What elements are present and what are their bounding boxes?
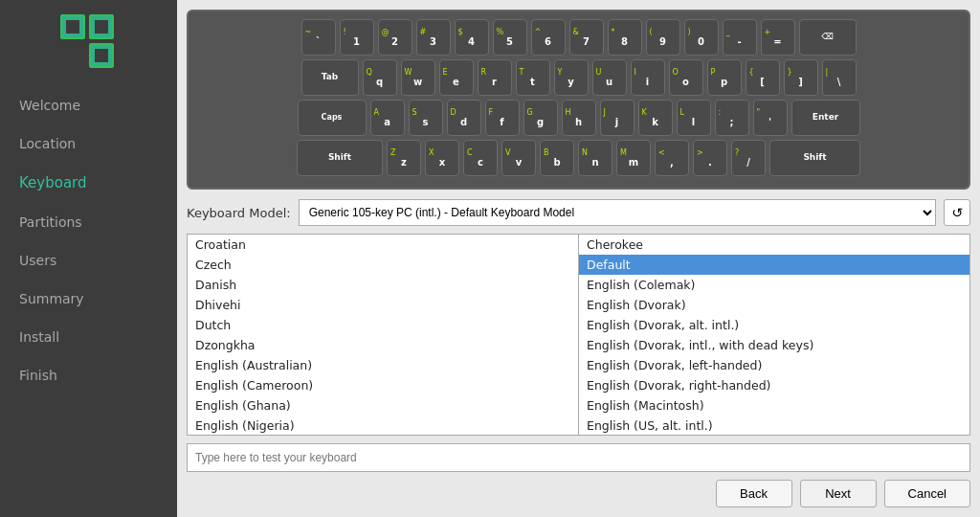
key-6[interactable]: ^6	[531, 19, 566, 56]
key-q[interactable]: Qq	[363, 59, 397, 96]
key-r[interactable]: Rr	[478, 59, 512, 96]
key-n[interactable]: Nn	[578, 140, 612, 176]
layout-item[interactable]: English (Nigeria)	[188, 416, 578, 435]
layout-item[interactable]: Danish	[188, 275, 578, 295]
variant-item[interactable]: English (Dvorak, intl., with dead keys)	[579, 335, 969, 355]
sidebar-item-keyboard[interactable]: Keyboard	[0, 163, 177, 203]
test-input-area	[187, 443, 970, 472]
key-tab[interactable]: Tab	[301, 59, 359, 96]
key-l[interactable]: Ll	[677, 100, 711, 136]
bottom-buttons: Back Next Cancel	[187, 480, 970, 507]
next-button[interactable]: Next	[800, 480, 877, 507]
sidebar-item-users[interactable]: Users	[0, 241, 177, 280]
key-o[interactable]: Oo	[669, 59, 703, 96]
key-2[interactable]: @2	[378, 19, 412, 56]
main-content: ~` !1 @2 #3 $4 %5 ^6 &7 *8 (9 )0 _- += ⌫…	[177, 0, 980, 517]
keyboard-test-input[interactable]	[187, 443, 970, 472]
key-b[interactable]: Bb	[540, 140, 574, 176]
key-c[interactable]: Cc	[463, 140, 498, 176]
sidebar-item-finish[interactable]: Finish	[0, 356, 177, 394]
key-x[interactable]: Xx	[425, 140, 459, 176]
key-backtick[interactable]: ~`	[301, 19, 336, 56]
keyboard-model-row: Keyboard Model: Generic 105-key PC (intl…	[187, 199, 970, 226]
key-backslash[interactable]: |\	[822, 59, 857, 96]
layout-item[interactable]: English (Ghana)	[188, 395, 578, 416]
layout-item[interactable]: Dutch	[188, 315, 578, 335]
key-equals[interactable]: +=	[761, 19, 795, 56]
key-0[interactable]: )0	[684, 19, 719, 56]
sidebar-item-summary[interactable]: Summary	[0, 280, 177, 318]
key-enter[interactable]: Enter	[791, 100, 860, 136]
layout-item[interactable]: Croatian	[188, 235, 578, 255]
variant-item[interactable]: English (Macintosh)	[579, 395, 969, 416]
variant-item[interactable]: English (Colemak)	[579, 275, 969, 295]
key-rbracket[interactable]: }]	[784, 59, 818, 96]
variant-item[interactable]: English (Dvorak, left-handed)	[579, 355, 969, 375]
key-caps[interactable]: Caps	[298, 100, 367, 136]
key-slash[interactable]: ?/	[731, 140, 766, 176]
key-w[interactable]: Ww	[401, 59, 435, 96]
key-9[interactable]: (9	[646, 19, 680, 56]
key-4[interactable]: $4	[455, 19, 489, 56]
variant-item[interactable]: Cherokee	[579, 235, 969, 255]
key-1[interactable]: !1	[340, 19, 374, 56]
variant-item[interactable]: English (Dvorak)	[579, 295, 969, 315]
key-s[interactable]: Ss	[409, 100, 443, 136]
sidebar-item-location[interactable]: Location	[0, 124, 177, 163]
key-p[interactable]: Pp	[707, 59, 742, 96]
key-comma[interactable]: <,	[655, 140, 689, 176]
variant-item[interactable]: English (Dvorak, alt. intl.)	[579, 315, 969, 335]
key-a[interactable]: Aa	[370, 100, 405, 136]
key-quote[interactable]: "'	[753, 100, 788, 136]
key-g[interactable]: Gg	[523, 100, 558, 136]
key-rshift[interactable]: Shift	[769, 140, 860, 176]
variants-panel: CherokeeDefaultEnglish (Colemak)English …	[579, 235, 969, 435]
key-f[interactable]: Ff	[485, 100, 520, 136]
key-row-2: Tab Qq Ww Ee Rr Tt Yy Uu Ii Oo Pp {[ }] …	[196, 59, 961, 96]
key-lbracket[interactable]: {[	[746, 59, 780, 96]
key-minus[interactable]: _-	[723, 19, 757, 56]
key-h[interactable]: Hh	[562, 100, 596, 136]
key-row-1: ~` !1 @2 #3 $4 %5 ^6 &7 *8 (9 )0 _- += ⌫	[196, 19, 961, 56]
key-k[interactable]: Kk	[638, 100, 673, 136]
key-j[interactable]: Jj	[600, 100, 635, 136]
sidebar-item-install[interactable]: Install	[0, 318, 177, 356]
key-t[interactable]: Tt	[516, 59, 550, 96]
sidebar-item-welcome[interactable]: Welcome	[0, 86, 177, 124]
key-u[interactable]: Uu	[592, 59, 627, 96]
sidebar: Welcome Location Keyboard Partitions Use…	[0, 0, 177, 517]
logo-area	[0, 0, 177, 86]
layout-item[interactable]: English (Cameroon)	[188, 375, 578, 395]
back-button[interactable]: Back	[716, 480, 792, 507]
keyboard-model-label: Keyboard Model:	[187, 206, 291, 220]
key-z[interactable]: Zz	[387, 140, 421, 176]
refresh-button[interactable]: ↺	[944, 199, 970, 226]
variant-item[interactable]: Default	[579, 255, 969, 275]
svg-rect-11	[95, 49, 108, 62]
layout-item[interactable]: Czech	[188, 255, 578, 275]
variant-item[interactable]: English (US, alt. intl.)	[579, 416, 969, 435]
key-semicolon[interactable]: :;	[715, 100, 749, 136]
key-5[interactable]: %5	[493, 19, 527, 56]
manjaro-logo	[60, 14, 118, 72]
svg-rect-10	[95, 20, 108, 34]
key-7[interactable]: &7	[569, 19, 604, 56]
cancel-button[interactable]: Cancel	[884, 480, 970, 507]
key-y[interactable]: Yy	[554, 59, 589, 96]
key-e[interactable]: Ee	[439, 59, 474, 96]
key-3[interactable]: #3	[416, 19, 451, 56]
key-v[interactable]: Vv	[501, 140, 536, 176]
key-period[interactable]: >.	[693, 140, 727, 176]
key-8[interactable]: *8	[608, 19, 642, 56]
variant-item[interactable]: English (Dvorak, right-handed)	[579, 375, 969, 395]
layout-item[interactable]: Dhivehi	[188, 295, 578, 315]
layout-item[interactable]: Dzongkha	[188, 335, 578, 355]
layout-item[interactable]: English (Australian)	[188, 355, 578, 375]
key-m[interactable]: Mm	[616, 140, 651, 176]
key-d[interactable]: Dd	[447, 100, 481, 136]
sidebar-item-partitions[interactable]: Partitions	[0, 203, 177, 241]
key-i[interactable]: Ii	[631, 59, 665, 96]
keyboard-model-select[interactable]: Generic 105-key PC (intl.) - Default Key…	[299, 199, 936, 226]
key-backspace[interactable]: ⌫	[799, 19, 857, 56]
key-lshift[interactable]: Shift	[297, 140, 383, 176]
